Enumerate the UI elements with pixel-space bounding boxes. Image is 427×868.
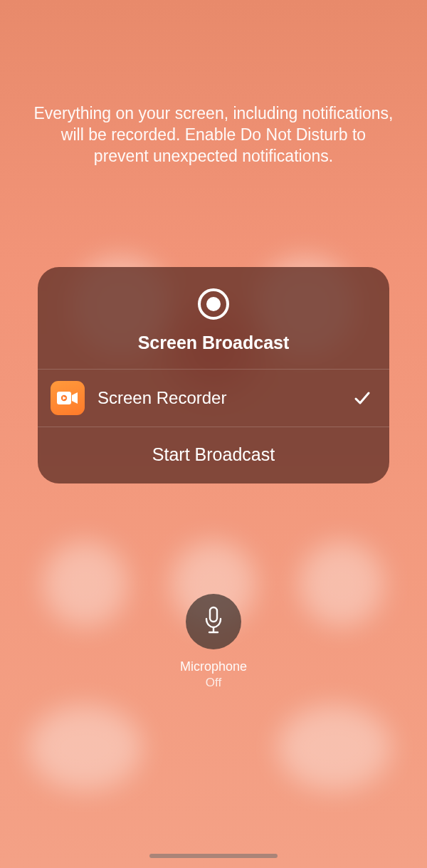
record-icon — [196, 287, 231, 321]
home-indicator[interactable] — [149, 854, 278, 858]
recording-notice-text: Everything on your screen, including not… — [0, 103, 427, 167]
broadcast-card: Screen Broadcast Screen Recorder Start B… — [38, 267, 389, 483]
svg-rect-4 — [210, 607, 217, 622]
start-broadcast-button[interactable]: Start Broadcast — [38, 427, 389, 483]
microphone-toggle-button[interactable] — [186, 594, 241, 649]
svg-point-1 — [206, 297, 221, 311]
screen-recorder-app-icon — [51, 381, 85, 415]
broadcast-app-label: Screen Recorder — [97, 388, 339, 408]
broadcast-title: Screen Broadcast — [138, 333, 290, 353]
microphone-section: Microphone Off — [180, 594, 247, 690]
microphone-icon — [203, 606, 224, 637]
checkmark-icon — [352, 388, 372, 408]
broadcast-app-row[interactable]: Screen Recorder — [38, 369, 389, 427]
microphone-state: Off — [206, 676, 221, 690]
broadcast-card-header: Screen Broadcast — [38, 267, 389, 369]
microphone-label: Microphone — [180, 659, 247, 674]
